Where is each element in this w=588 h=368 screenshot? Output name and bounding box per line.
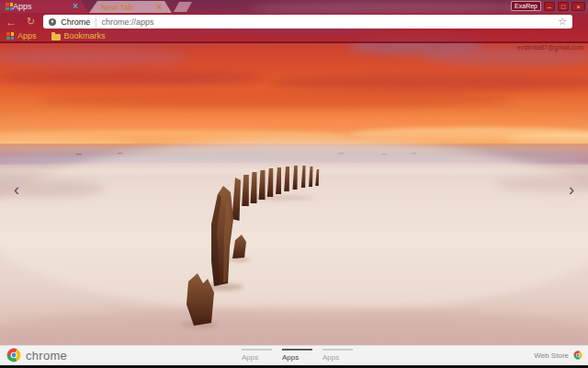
tab-new-tab-label: New Tab bbox=[101, 1, 156, 14]
toolbar: ← ↻ Chrome | chrome://apps ☆ bbox=[0, 13, 588, 30]
omnibox-site-label: Chrome bbox=[61, 17, 90, 27]
page-section-apps-2[interactable]: Apps bbox=[282, 349, 312, 362]
theme-badge: ExaRep bbox=[511, 1, 541, 11]
bookmark-apps[interactable]: Apps bbox=[6, 31, 37, 40]
omnibox-separator: | bbox=[95, 17, 96, 27]
tab-apps-label: Apps bbox=[13, 0, 73, 13]
back-icon[interactable]: ← bbox=[6, 17, 17, 28]
tab-new-tab[interactable]: New Tab × bbox=[89, 1, 172, 13]
page-indicator-line bbox=[322, 349, 353, 351]
omnibox-url[interactable]: chrome://apps bbox=[102, 17, 154, 27]
carousel-next-icon[interactable]: › bbox=[569, 181, 574, 198]
page-section-apps-3[interactable]: Apps bbox=[322, 349, 353, 362]
theme-background-image bbox=[0, 0, 588, 345]
window-controls: ExaRep – □ × bbox=[511, 1, 585, 11]
bookmarks-bar: Apps Bookmarks bbox=[0, 30, 588, 43]
browser-window: Apps × New Tab × ExaRep – □ × ← ↻ Chrome… bbox=[0, 0, 588, 368]
chrome-logo-icon bbox=[6, 348, 21, 362]
apps-pagination: Apps Apps Apps bbox=[242, 349, 353, 362]
minimize-button[interactable]: – bbox=[544, 2, 555, 11]
web-store-icon bbox=[573, 351, 582, 360]
chrome-brand: chrome bbox=[6, 348, 67, 362]
close-button[interactable]: × bbox=[571, 2, 585, 11]
folder-icon bbox=[51, 34, 61, 40]
tab-close-icon[interactable]: × bbox=[156, 2, 162, 13]
refresh-icon[interactable]: ↻ bbox=[27, 17, 35, 27]
web-store-link[interactable]: Web Store bbox=[534, 351, 582, 360]
omnibox[interactable]: Chrome | chrome://apps ☆ bbox=[43, 15, 572, 29]
bookmark-folder-label: Bookmarks bbox=[64, 31, 106, 40]
apps-grid-favicon bbox=[6, 3, 13, 10]
bookmark-apps-label: Apps bbox=[17, 31, 37, 40]
bookmark-folder[interactable]: Bookmarks bbox=[51, 31, 106, 40]
carousel-prev-icon[interactable]: ‹ bbox=[14, 181, 19, 198]
watermark-email: evstinita87@gmail.com bbox=[517, 44, 583, 51]
chrome-page-icon bbox=[49, 18, 56, 26]
tab-apps[interactable]: Apps × bbox=[0, 0, 88, 13]
tab-close-icon[interactable]: × bbox=[73, 1, 78, 12]
page-indicator-line bbox=[282, 349, 312, 351]
apps-grid-icon bbox=[6, 32, 14, 40]
tab-strip bbox=[0, 0, 588, 13]
maximize-button[interactable]: □ bbox=[558, 2, 569, 11]
web-store-label: Web Store bbox=[534, 351, 569, 360]
page-section-apps-1[interactable]: Apps bbox=[242, 349, 272, 362]
chrome-logo-text: chrome bbox=[26, 349, 67, 362]
bookmark-star-icon[interactable]: ☆ bbox=[558, 17, 567, 27]
page-indicator-line bbox=[242, 349, 272, 351]
ntp-footer: chrome Apps Apps Apps Web Store bbox=[0, 345, 588, 365]
